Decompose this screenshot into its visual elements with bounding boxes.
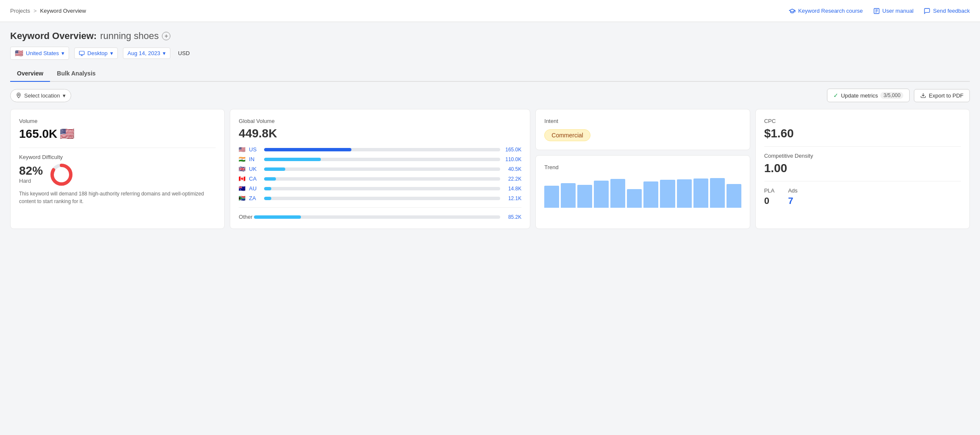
trend-bar-4	[594, 181, 609, 208]
bar-other	[254, 215, 500, 219]
ads-value: 7	[788, 195, 797, 206]
us-flag: 🇺🇸	[60, 127, 75, 141]
code-ca[interactable]: CA	[249, 176, 261, 182]
bar-za	[264, 197, 500, 200]
chevron-down-icon: ▾	[61, 50, 64, 56]
kd-label: Keyword Difficulty	[19, 154, 216, 160]
cpc-value: $1.60	[764, 127, 961, 140]
trend-bar-2	[561, 183, 576, 208]
intent-badge: Commercial	[544, 129, 590, 141]
pla-item: PLA 0	[764, 187, 775, 206]
tab-overview[interactable]: Overview	[10, 67, 50, 82]
intent-trend-column: Intent Commercial Trend	[535, 109, 750, 229]
trend-bar-6	[627, 189, 642, 208]
val-ca: 22.2K	[504, 176, 521, 182]
update-metrics-button[interactable]: ✓ Update metrics 3/5,000	[827, 89, 910, 102]
page-title: Keyword Overview: running shoes +	[10, 31, 970, 42]
trend-bar-3	[577, 185, 592, 208]
bar-ca	[264, 177, 500, 181]
keyword-course-link[interactable]: Keyword Research course	[789, 8, 863, 14]
metrics-count: 3/5,000	[880, 92, 903, 99]
add-keyword-icon[interactable]: +	[162, 32, 170, 40]
global-volume-card: Global Volume 449.8K 🇺🇸 US 165.0K 🇮🇳 IN …	[230, 109, 530, 229]
code-za[interactable]: ZA	[249, 195, 261, 201]
breadcrumb: Projects > Keyword Overview	[10, 8, 86, 14]
kd-description: This keyword will demand 188 high-author…	[19, 190, 216, 205]
pla-label: PLA	[764, 187, 775, 194]
trend-chart	[544, 174, 741, 208]
other-row: Other 85.2K	[239, 214, 521, 220]
export-button[interactable]: Export to PDF	[914, 89, 970, 102]
country-row-ca: 🇨🇦 CA 22.2K	[239, 176, 521, 182]
kd-row: 82% Hard	[19, 163, 216, 187]
flag-za: 🇿🇦	[239, 195, 245, 201]
select-location-button[interactable]: Select location ▾	[10, 89, 71, 102]
volume-value: 165.0K 🇺🇸	[19, 127, 216, 141]
tab-bulk-analysis[interactable]: Bulk Analysis	[50, 67, 102, 82]
country-flag: 🇺🇸	[15, 49, 23, 57]
trend-bar-11	[710, 178, 725, 208]
breadcrumb-current: Keyword Overview	[40, 8, 86, 14]
desktop-icon	[79, 50, 85, 56]
kd-value: 82%	[19, 164, 43, 178]
chevron-down-icon: ▾	[63, 92, 66, 99]
toolbar-row: Select location ▾ ✓ Update metrics 3/5,0…	[10, 89, 970, 102]
pla-ads-row: PLA 0 Ads 7	[764, 187, 961, 206]
breadcrumb-projects[interactable]: Projects	[10, 8, 30, 14]
cpc-label: CPC	[764, 118, 961, 124]
flag-au: 🇦🇺	[239, 185, 245, 192]
ads-label: Ads	[788, 187, 797, 194]
divider	[239, 207, 521, 208]
trend-bar-5	[610, 179, 625, 208]
top-nav: Projects > Keyword Overview Keyword Rese…	[0, 0, 980, 22]
cards-grid: Volume 165.0K 🇺🇸 Keyword Difficulty 82% …	[10, 109, 970, 229]
val-za: 12.1K	[504, 195, 521, 201]
trend-bar-7	[643, 181, 658, 208]
trend-card: Trend	[535, 155, 750, 229]
flag-uk: 🇬🇧	[239, 166, 245, 172]
cd-label: Competitive Density	[764, 153, 961, 159]
flag-ca: 🇨🇦	[239, 176, 245, 182]
device-filter[interactable]: Desktop ▾	[74, 47, 118, 59]
toolbar-right: ✓ Update metrics 3/5,000 Export to PDF	[827, 89, 970, 102]
bar-in	[264, 158, 500, 161]
course-icon	[789, 8, 796, 14]
divider	[764, 146, 961, 147]
country-row-uk: 🇬🇧 UK 40.5K	[239, 166, 521, 172]
check-icon: ✓	[833, 92, 838, 99]
country-filter[interactable]: 🇺🇸 United States ▾	[10, 47, 69, 60]
top-nav-links: Keyword Research course User manual Send…	[789, 8, 970, 14]
gv-label: Global Volume	[239, 118, 521, 124]
export-icon	[920, 92, 926, 98]
kd-sublabel: Hard	[19, 178, 43, 184]
code-au[interactable]: AU	[249, 185, 261, 192]
bar-us	[264, 148, 500, 151]
code-uk[interactable]: UK	[249, 166, 261, 172]
country-row-au: 🇦🇺 AU 14.8K	[239, 185, 521, 192]
user-manual-link[interactable]: User manual	[873, 8, 914, 14]
trend-bar-9	[677, 179, 692, 208]
code-us[interactable]: US	[249, 146, 261, 153]
volume-card: Volume 165.0K 🇺🇸 Keyword Difficulty 82% …	[10, 109, 225, 229]
trend-label: Trend	[544, 164, 741, 170]
trend-bar-12	[727, 184, 741, 208]
kd-donut-chart	[50, 163, 73, 187]
val-au: 14.8K	[504, 186, 521, 192]
cd-value: 1.00	[764, 162, 961, 175]
gv-value: 449.8K	[239, 127, 521, 140]
bar-uk	[264, 167, 500, 171]
intent-card: Intent Commercial	[535, 109, 750, 150]
date-filter[interactable]: Aug 14, 2023 ▾	[123, 47, 170, 59]
country-row-in: 🇮🇳 IN 110.0K	[239, 156, 521, 162]
trend-bar-8	[660, 180, 675, 208]
bar-au	[264, 187, 500, 190]
val-in: 110.0K	[504, 156, 521, 162]
divider	[764, 181, 961, 181]
code-in[interactable]: IN	[249, 156, 261, 162]
val-uk: 40.5K	[504, 166, 521, 172]
keyword-text: running shoes	[100, 31, 159, 42]
ads-item: Ads 7	[788, 187, 797, 206]
send-feedback-link[interactable]: Send feedback	[924, 8, 970, 14]
currency-label: USD	[175, 48, 192, 59]
other-label: Other	[239, 214, 251, 220]
